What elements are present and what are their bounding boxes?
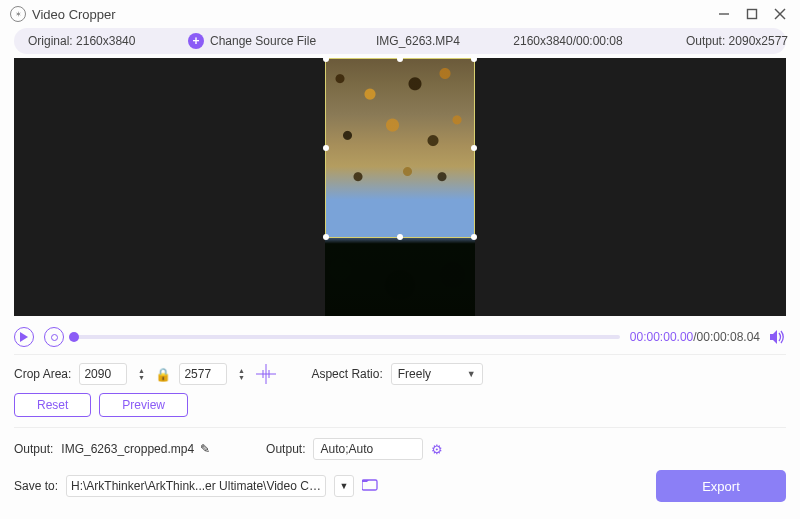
aspect-ratio-value: Freely [398,367,431,381]
source-info: 2160x3840/00:00:08 [488,34,648,48]
open-folder-icon[interactable] [362,478,378,494]
change-source-button[interactable]: + Change Source File [188,33,348,49]
source-filename: IMG_6263.MP4 [358,34,478,48]
minimize-button[interactable] [710,3,738,25]
save-to-label: Save to: [14,479,58,493]
output-info: Output: 2090x2577 [668,34,788,48]
crop-handle-tc[interactable] [397,58,403,62]
lock-aspect-icon[interactable]: 🔒 [155,367,171,382]
video-frame [325,58,475,316]
output-label: Output: [686,34,725,48]
output-filename: IMG_6263_cropped.mp4 [61,442,194,456]
output-format-value: Auto;Auto [320,442,373,456]
video-preview[interactable] [14,58,786,316]
aspect-ratio-label: Aspect Ratio: [311,367,382,381]
plus-icon: + [188,33,204,49]
change-source-label: Change Source File [210,34,316,48]
crop-handle-ml[interactable] [323,145,329,151]
crop-height-input[interactable]: 2577 [179,363,227,385]
playback-timeline: 00:00:00.00/00:00:08.04 [14,322,786,352]
save-path-dropdown[interactable]: ▼ [334,475,354,497]
crop-handle-bl[interactable] [323,234,329,240]
info-bar: Original: 2160x3840 + Change Source File… [14,28,786,54]
crop-handle-tr[interactable] [471,58,477,62]
crop-excluded-shade [325,238,475,316]
aspect-ratio-select[interactable]: Freely ▼ [391,363,483,385]
output-row: Output: IMG_6263_cropped.mp4 ✎ Output: A… [14,438,786,460]
original-info: Original: 2160x3840 [28,34,178,48]
svg-marker-5 [770,330,777,344]
timecode: 00:00:00.00/00:00:08.04 [630,330,760,344]
crop-width-input[interactable]: 2090 [79,363,127,385]
crop-handle-br[interactable] [471,234,477,240]
original-label: Original: [28,34,73,48]
titlebar: ✶ Video Cropper [0,0,800,28]
svg-marker-4 [20,332,28,342]
maximize-button[interactable] [738,3,766,25]
chevron-down-icon: ▼ [467,369,476,379]
crop-controls-row: Crop Area: 2090 ▲▼ 🔒 2577 ▲▼ Aspect Rati… [14,363,786,385]
crop-handle-tl[interactable] [323,58,329,62]
crop-area-label: Crop Area: [14,367,71,381]
close-button[interactable] [766,3,794,25]
crop-width-value: 2090 [84,367,111,381]
output-format-select[interactable]: Auto;Auto [313,438,423,460]
output-file-label: Output: [14,442,53,456]
time-total: 00:00:08.04 [697,330,760,344]
play-button[interactable] [14,327,34,347]
volume-button[interactable] [770,330,786,344]
crop-rectangle[interactable] [325,58,475,238]
crop-handle-mr[interactable] [471,145,477,151]
action-buttons-row: Reset Preview [14,393,786,417]
center-crop-icon[interactable] [255,363,277,385]
output-format-label: Output: [266,442,305,456]
crop-height-spinner[interactable]: ▲▼ [235,363,247,385]
crop-width-spinner[interactable]: ▲▼ [135,363,147,385]
export-button[interactable]: Export [656,470,786,502]
save-row: Save to: H:\ArkThinker\ArkThink...er Ult… [14,470,786,502]
preview-button[interactable]: Preview [99,393,188,417]
seek-knob[interactable] [69,332,79,342]
output-settings-icon[interactable]: ⚙ [431,442,443,457]
time-current: 00:00:00.00 [630,330,693,344]
seek-track[interactable] [74,335,620,339]
stop-button[interactable] [44,327,64,347]
crop-height-value: 2577 [184,367,211,381]
reset-button[interactable]: Reset [14,393,91,417]
crop-handle-bc[interactable] [397,234,403,240]
save-path-input[interactable]: H:\ArkThinker\ArkThink...er Ultimate\Vid… [66,475,326,497]
app-title: Video Cropper [32,7,116,22]
output-dims: 2090x2577 [729,34,788,48]
app-icon: ✶ [10,6,26,22]
edit-filename-icon[interactable]: ✎ [200,442,210,456]
svg-rect-1 [748,10,757,19]
original-dims: 2160x3840 [76,34,135,48]
output-filename-group: IMG_6263_cropped.mp4 ✎ [61,442,210,456]
save-path-value: H:\ArkThinker\ArkThink...er Ultimate\Vid… [71,479,321,493]
